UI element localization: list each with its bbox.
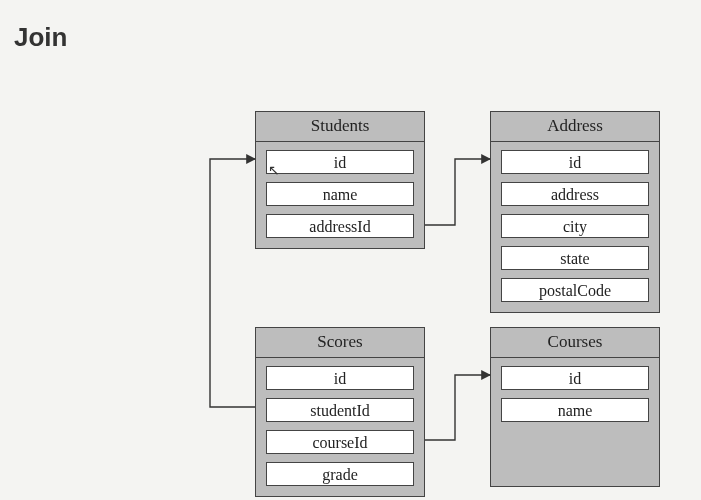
rel-scores-studentId-to-students-id <box>210 159 255 407</box>
field-scores-studentId: studentId <box>266 398 414 422</box>
er-diagram: Students id name addressId Address id ad… <box>0 0 701 500</box>
field-address-id: id <box>501 150 649 174</box>
field-scores-id: id <box>266 366 414 390</box>
field-address-state: state <box>501 246 649 270</box>
table-courses: Courses id name <box>490 327 660 487</box>
field-address-postalCode: postalCode <box>501 278 649 302</box>
table-students: Students id name addressId <box>255 111 425 249</box>
field-students-addressId: addressId <box>266 214 414 238</box>
field-address-city: city <box>501 214 649 238</box>
table-address: Address id address city state postalCode <box>490 111 660 313</box>
table-scores: Scores id studentId courseId grade <box>255 327 425 497</box>
table-address-header: Address <box>491 112 659 142</box>
field-courses-name: name <box>501 398 649 422</box>
table-students-header: Students <box>256 112 424 142</box>
field-scores-courseId: courseId <box>266 430 414 454</box>
field-scores-grade: grade <box>266 462 414 486</box>
field-courses-id: id <box>501 366 649 390</box>
field-students-name: name <box>266 182 414 206</box>
field-students-id: id <box>266 150 414 174</box>
table-scores-header: Scores <box>256 328 424 358</box>
field-address-address: address <box>501 182 649 206</box>
rel-students-addressId-to-address-id <box>425 159 490 225</box>
table-courses-header: Courses <box>491 328 659 358</box>
rel-scores-courseId-to-courses-id <box>425 375 490 440</box>
